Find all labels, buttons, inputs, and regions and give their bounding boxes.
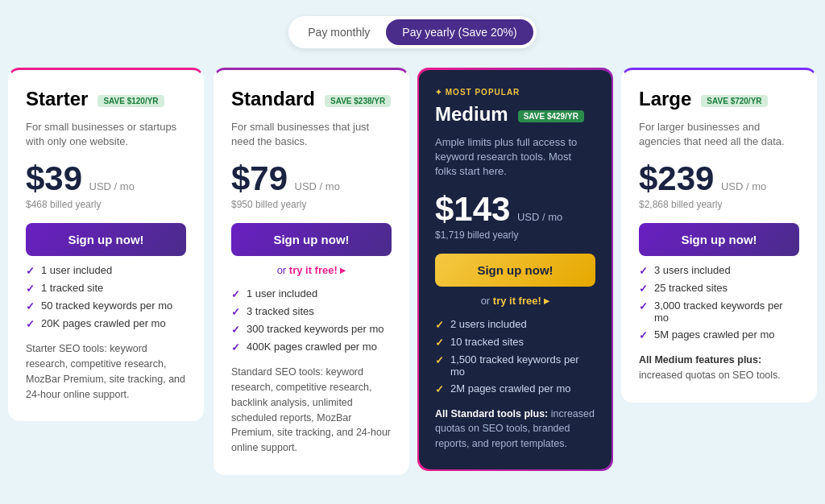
cards-container: Starter SAVE $120/YR For small businesse…	[8, 68, 817, 475]
medium-price-billed: $1,719 billed yearly	[435, 229, 595, 241]
standard-signup-button[interactable]: Sign up now!	[231, 223, 392, 256]
standard-features-description: Standard SEO tools: keyword research, co…	[231, 365, 392, 456]
check-icon: ✓	[26, 265, 35, 277]
list-item: ✓2 users included	[435, 318, 595, 331]
list-item: ✓3 tracked sites	[231, 305, 392, 318]
list-item: ✓5M pages crawled per mo	[639, 328, 799, 341]
large-description: For larger businesses and agencies that …	[639, 120, 799, 149]
medium-description: Ample limits plus full access to keyword…	[435, 135, 595, 180]
list-item: ✓1,500 tracked keywords per mo	[435, 353, 595, 378]
starter-features-description: Starter SEO tools: keyword research, com…	[26, 341, 186, 402]
medium-title: Medium	[435, 103, 508, 126]
standard-try-free-link[interactable]: or try it free! ▸	[231, 264, 392, 276]
medium-features-prefix: All Standard tools plus:	[435, 408, 548, 419]
check-icon: ✓	[639, 329, 648, 341]
standard-save-badge: SAVE $238/YR	[325, 95, 391, 107]
check-icon: ✓	[435, 319, 444, 331]
most-popular-badge: ✦ MOST POPULAR	[435, 88, 595, 97]
list-item: ✓2M pages crawled per mo	[435, 382, 595, 395]
list-item: ✓3,000 tracked keywords per mo	[639, 300, 799, 324]
check-icon: ✓	[26, 300, 35, 312]
list-item: ✓300 tracked keywords per mo	[231, 323, 392, 336]
check-icon: ✓	[231, 288, 240, 300]
check-icon: ✓	[435, 354, 444, 366]
starter-save-badge: SAVE $120/YR	[97, 95, 164, 107]
check-icon: ✓	[231, 324, 240, 336]
medium-features-list: ✓2 users included ✓10 tracked sites ✓1,5…	[435, 318, 595, 395]
medium-features-description: All Standard tools plus: increased quota…	[435, 407, 595, 452]
standard-description: For small businesses that just need the …	[231, 120, 392, 149]
check-icon: ✓	[435, 383, 444, 395]
standard-price-billed: $950 billed yearly	[231, 199, 392, 210]
standard-price: $79	[231, 159, 288, 197]
standard-features-list: ✓1 user included ✓3 tracked sites ✓300 t…	[231, 287, 392, 353]
card-standard: Standard SAVE $238/YR For small business…	[214, 68, 409, 475]
check-icon: ✓	[231, 306, 240, 318]
large-price: $239	[639, 159, 714, 197]
starter-price-unit: USD / mo	[89, 180, 135, 192]
billing-toggle: Pay monthly Pay yearly (Save 20%)	[288, 16, 536, 48]
card-starter: Starter SAVE $120/YR For small businesse…	[8, 68, 204, 421]
check-icon: ✓	[639, 300, 648, 312]
list-item: ✓3 users included	[639, 264, 799, 277]
large-save-badge: SAVE $720/YR	[701, 95, 767, 107]
standard-title: Standard	[231, 88, 315, 110]
card-large: Large SAVE $720/YR For larger businesses…	[621, 68, 817, 403]
large-features-list: ✓3 users included ✓25 tracked sites ✓3,0…	[639, 264, 799, 341]
large-signup-button[interactable]: Sign up now!	[639, 223, 799, 256]
list-item: ✓10 tracked sites	[435, 336, 595, 349]
large-price-billed: $2,868 billed yearly	[639, 199, 799, 210]
check-icon: ✓	[26, 283, 35, 295]
list-item: ✓50 tracked keywords per mo	[26, 300, 186, 312]
large-features-description: All Medium features plus: increased quot…	[639, 353, 799, 383]
large-price-unit: USD / mo	[721, 180, 766, 192]
large-title: Large	[639, 88, 691, 110]
starter-signup-button[interactable]: Sign up now!	[26, 223, 186, 256]
try-free-text: try it free! ▸	[289, 264, 346, 276]
pay-monthly-button[interactable]: Pay monthly	[292, 19, 386, 45]
list-item: ✓1 user included	[231, 287, 392, 300]
medium-save-badge: SAVE $429/YR	[518, 110, 584, 122]
list-item: ✓1 user included	[26, 264, 186, 277]
starter-price: $39	[26, 159, 82, 197]
list-item: ✓1 tracked site	[26, 282, 186, 295]
card-medium: ✦ MOST POPULAR Medium SAVE $429/YR Ample…	[419, 68, 611, 469]
medium-price: $143	[435, 190, 510, 228]
check-icon: ✓	[231, 341, 240, 353]
pay-yearly-button[interactable]: Pay yearly (Save 20%)	[386, 19, 533, 45]
list-item: ✓20K pages crawled per mo	[26, 317, 186, 330]
medium-signup-button[interactable]: Sign up now!	[435, 254, 595, 287]
check-icon: ✓	[26, 318, 35, 330]
check-icon: ✓	[435, 337, 444, 349]
starter-features-list: ✓1 user included ✓1 tracked site ✓50 tra…	[26, 264, 186, 330]
medium-price-unit: USD / mo	[517, 211, 562, 223]
medium-try-free-link[interactable]: or try it free! ▸	[435, 295, 595, 307]
check-icon: ✓	[639, 265, 648, 277]
try-free-text: try it free! ▸	[493, 295, 550, 307]
starter-price-billed: $468 billed yearly	[26, 199, 186, 210]
starter-title: Starter	[26, 88, 88, 110]
standard-price-unit: USD / mo	[295, 180, 340, 192]
large-features-prefix: All Medium features plus:	[639, 354, 761, 366]
check-icon: ✓	[639, 283, 648, 295]
list-item: ✓25 tracked sites	[639, 282, 799, 295]
list-item: ✓400K pages crawled per mo	[231, 341, 392, 353]
starter-description: For small businesses or startups with on…	[26, 120, 186, 149]
